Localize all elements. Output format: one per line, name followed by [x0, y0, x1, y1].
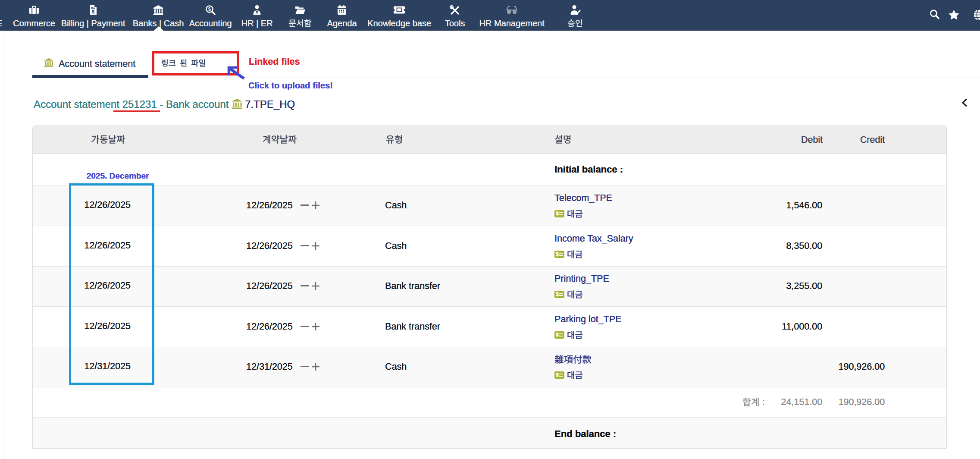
svg-text:$: $ — [208, 6, 211, 12]
svg-text:$: $ — [92, 9, 94, 14]
